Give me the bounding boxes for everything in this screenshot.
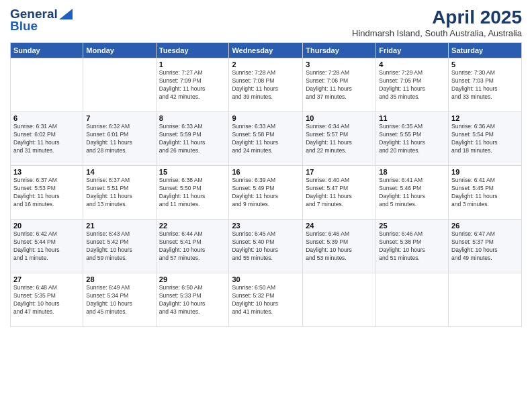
day-info: Sunrise: 7:28 AM Sunset: 7:06 PM Dayligh… [306,69,373,101]
table-cell: 10Sunrise: 6:34 AM Sunset: 5:57 PM Dayli… [303,112,376,166]
day-number: 28 [86,275,152,283]
day-number: 7 [86,114,152,122]
header: General Blue April 2025 Hindmarsh Island… [10,7,522,38]
day-info: Sunrise: 6:45 AM Sunset: 5:40 PM Dayligh… [232,230,300,263]
svg-marker-0 [59,9,73,19]
day-info: Sunrise: 7:29 AM Sunset: 7:05 PM Dayligh… [379,69,445,101]
day-number: 17 [306,168,373,176]
col-saturday: Saturday [449,43,522,58]
day-number: 9 [232,114,300,122]
day-info: Sunrise: 6:33 AM Sunset: 5:58 PM Dayligh… [232,123,300,155]
table-cell: 4Sunrise: 7:29 AM Sunset: 7:05 PM Daylig… [376,58,449,112]
table-cell: 28Sunrise: 6:49 AM Sunset: 5:34 PM Dayli… [83,273,156,327]
day-info: Sunrise: 6:37 AM Sunset: 5:51 PM Dayligh… [86,177,152,209]
month-title: April 2025 [352,7,522,28]
table-cell: 12Sunrise: 6:36 AM Sunset: 5:54 PM Dayli… [449,112,522,166]
page: General Blue April 2025 Hindmarsh Island… [0,0,532,411]
table-cell: 15Sunrise: 6:38 AM Sunset: 5:50 PM Dayli… [156,166,229,220]
day-number: 18 [379,168,445,176]
day-info: Sunrise: 6:44 AM Sunset: 5:41 PM Dayligh… [159,230,226,263]
day-number: 24 [306,222,373,230]
table-cell: 23Sunrise: 6:45 AM Sunset: 5:40 PM Dayli… [229,220,303,273]
calendar-header-row: Sunday Monday Tuesday Wednesday Thursday… [11,43,522,58]
day-info: Sunrise: 6:36 AM Sunset: 5:54 PM Dayligh… [451,123,519,155]
day-number: 26 [451,222,519,230]
table-cell: 21Sunrise: 6:43 AM Sunset: 5:42 PM Dayli… [83,220,156,273]
week-row-0: 1Sunrise: 7:27 AM Sunset: 7:09 PM Daylig… [11,58,522,112]
day-info: Sunrise: 6:46 AM Sunset: 5:39 PM Dayligh… [306,230,373,263]
title-section: April 2025 Hindmarsh Island, South Austr… [352,7,522,38]
table-cell: 11Sunrise: 6:35 AM Sunset: 5:55 PM Dayli… [376,112,449,166]
table-cell: 14Sunrise: 6:37 AM Sunset: 5:51 PM Dayli… [83,166,156,220]
col-tuesday: Tuesday [156,43,229,58]
table-cell: 20Sunrise: 6:42 AM Sunset: 5:44 PM Dayli… [11,220,83,273]
logo-icon [59,9,73,19]
table-cell: 16Sunrise: 6:39 AM Sunset: 5:49 PM Dayli… [229,166,303,220]
day-info: Sunrise: 6:42 AM Sunset: 5:44 PM Dayligh… [13,230,80,263]
table-cell [376,273,449,327]
table-cell: 17Sunrise: 6:40 AM Sunset: 5:47 PM Dayli… [303,166,376,220]
day-info: Sunrise: 6:47 AM Sunset: 5:37 PM Dayligh… [451,230,519,263]
day-info: Sunrise: 7:28 AM Sunset: 7:08 PM Dayligh… [232,69,300,101]
week-row-1: 6Sunrise: 6:31 AM Sunset: 6:02 PM Daylig… [11,112,522,166]
day-info: Sunrise: 6:41 AM Sunset: 5:45 PM Dayligh… [451,177,519,209]
day-number: 15 [159,168,226,176]
logo-blue: Blue [10,19,38,34]
table-cell: 5Sunrise: 7:30 AM Sunset: 7:03 PM Daylig… [449,58,522,112]
table-cell [449,273,522,327]
table-cell: 9Sunrise: 6:33 AM Sunset: 5:58 PM Daylig… [229,112,303,166]
day-number: 16 [232,168,300,176]
day-info: Sunrise: 6:38 AM Sunset: 5:50 PM Dayligh… [159,177,226,209]
table-cell: 30Sunrise: 6:50 AM Sunset: 5:32 PM Dayli… [229,273,303,327]
day-info: Sunrise: 7:27 AM Sunset: 7:09 PM Dayligh… [159,69,226,101]
day-number: 22 [159,222,226,230]
day-info: Sunrise: 6:49 AM Sunset: 5:34 PM Dayligh… [86,284,152,316]
day-info: Sunrise: 6:31 AM Sunset: 6:02 PM Dayligh… [13,123,80,155]
day-number: 1 [159,60,226,68]
day-info: Sunrise: 6:43 AM Sunset: 5:42 PM Dayligh… [86,230,152,263]
day-number: 21 [86,222,152,230]
table-cell: 18Sunrise: 6:41 AM Sunset: 5:46 PM Dayli… [376,166,449,220]
table-cell: 7Sunrise: 6:32 AM Sunset: 6:01 PM Daylig… [83,112,156,166]
table-cell: 2Sunrise: 7:28 AM Sunset: 7:08 PM Daylig… [229,58,303,112]
day-info: Sunrise: 6:35 AM Sunset: 5:55 PM Dayligh… [379,123,445,155]
day-number: 25 [379,222,445,230]
day-info: Sunrise: 7:30 AM Sunset: 7:03 PM Dayligh… [451,69,519,101]
day-info: Sunrise: 6:33 AM Sunset: 5:59 PM Dayligh… [159,123,226,155]
col-wednesday: Wednesday [229,43,303,58]
subtitle: Hindmarsh Island, South Australia, Austr… [352,28,522,38]
table-cell [11,58,83,112]
table-cell: 13Sunrise: 6:37 AM Sunset: 5:53 PM Dayli… [11,166,83,220]
day-number: 23 [232,222,300,230]
col-sunday: Sunday [11,43,83,58]
day-info: Sunrise: 6:50 AM Sunset: 5:32 PM Dayligh… [232,284,300,316]
table-cell: 22Sunrise: 6:44 AM Sunset: 5:41 PM Dayli… [156,220,229,273]
table-cell: 3Sunrise: 7:28 AM Sunset: 7:06 PM Daylig… [303,58,376,112]
day-info: Sunrise: 6:40 AM Sunset: 5:47 PM Dayligh… [306,177,373,209]
day-number: 8 [159,114,226,122]
day-number: 5 [451,60,519,68]
table-cell: 6Sunrise: 6:31 AM Sunset: 6:02 PM Daylig… [11,112,83,166]
day-number: 2 [232,60,300,68]
day-number: 29 [159,275,226,283]
day-number: 20 [13,222,80,230]
day-info: Sunrise: 6:37 AM Sunset: 5:53 PM Dayligh… [13,177,80,209]
col-monday: Monday [83,43,156,58]
day-number: 10 [306,114,373,122]
col-friday: Friday [376,43,449,58]
table-cell [83,58,156,112]
week-row-2: 13Sunrise: 6:37 AM Sunset: 5:53 PM Dayli… [11,166,522,220]
day-number: 4 [379,60,445,68]
day-info: Sunrise: 6:41 AM Sunset: 5:46 PM Dayligh… [379,177,445,209]
day-number: 19 [451,168,519,176]
week-row-4: 27Sunrise: 6:48 AM Sunset: 5:35 PM Dayli… [11,273,522,327]
col-thursday: Thursday [303,43,376,58]
day-number: 27 [13,275,80,283]
day-info: Sunrise: 6:46 AM Sunset: 5:38 PM Dayligh… [379,230,445,263]
calendar: Sunday Monday Tuesday Wednesday Thursday… [10,42,522,327]
table-cell [303,273,376,327]
logo: General Blue [10,7,73,34]
table-cell: 8Sunrise: 6:33 AM Sunset: 5:59 PM Daylig… [156,112,229,166]
table-cell: 27Sunrise: 6:48 AM Sunset: 5:35 PM Dayli… [11,273,83,327]
day-number: 14 [86,168,152,176]
